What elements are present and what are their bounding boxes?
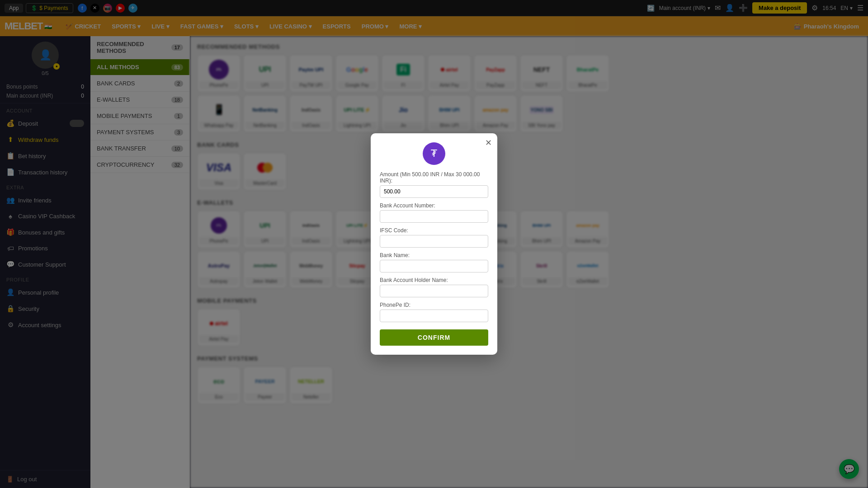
bank-name-input[interactable] [380, 260, 488, 272]
bank-name-label: Bank Name: [380, 252, 488, 258]
modal-payment-icon: ₮ [423, 142, 445, 165]
bank-account-row: Bank Account Number: [380, 202, 488, 223]
holder-name-row: Bank Account Holder Name: [380, 277, 488, 297]
modal-overlay[interactable]: ✕ ₮ Amount (Min 500.00 INR / Max 30 000.… [0, 0, 868, 488]
amount-row: Amount (Min 500.00 INR / Max 30 000.00 I… [380, 171, 488, 198]
ifsc-row: IFSC Code: [380, 227, 488, 248]
phonePe-id-row: PhonePe ID: [380, 302, 488, 322]
phonePe-id-label: PhonePe ID: [380, 302, 488, 308]
holder-name-input[interactable] [380, 285, 488, 297]
phonePe-id-input[interactable] [380, 310, 488, 322]
withdrawal-modal: ✕ ₮ Amount (Min 500.00 INR / Max 30 000.… [371, 133, 497, 355]
bank-account-input[interactable] [380, 210, 488, 223]
holder-name-label: Bank Account Holder Name: [380, 277, 488, 283]
confirm-button[interactable]: CONFIRM [380, 329, 488, 346]
bank-name-row: Bank Name: [380, 252, 488, 272]
amount-input[interactable] [380, 185, 488, 198]
ifsc-input[interactable] [380, 235, 488, 248]
ifsc-label: IFSC Code: [380, 227, 488, 234]
modal-close-button[interactable]: ✕ [485, 138, 492, 148]
bank-account-label: Bank Account Number: [380, 202, 488, 209]
amount-label: Amount (Min 500.00 INR / Max 30 000.00 I… [380, 171, 488, 184]
